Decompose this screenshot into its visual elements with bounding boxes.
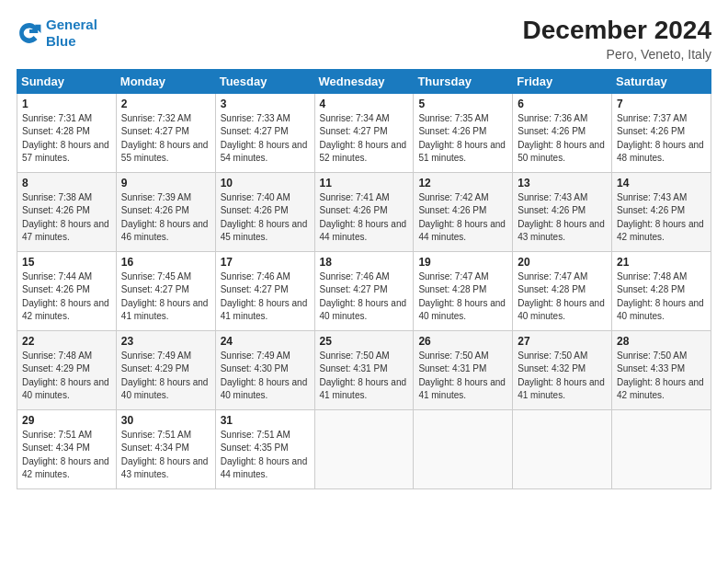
logo: General Blue (17, 17, 97, 50)
calendar-cell: 16Sunrise: 7:45 AMSunset: 4:27 PMDayligh… (116, 251, 215, 330)
day-info: Sunrise: 7:46 AMSunset: 4:27 PMDaylight:… (320, 270, 409, 324)
day-info: Sunrise: 7:31 AMSunset: 4:28 PMDaylight:… (22, 112, 111, 166)
weekday-header-tuesday: Tuesday (215, 69, 314, 93)
weekday-header-saturday: Saturday (612, 69, 711, 93)
calendar-cell: 3Sunrise: 7:33 AMSunset: 4:27 PMDaylight… (215, 93, 314, 172)
title-block: December 2024 Pero, Veneto, Italy (523, 17, 711, 62)
day-number: 23 (121, 335, 210, 348)
day-number: 5 (418, 98, 507, 110)
calendar-cell: 6Sunrise: 7:36 AMSunset: 4:26 PMDaylight… (513, 93, 612, 172)
calendar-cell (414, 409, 513, 488)
calendar-cell: 2Sunrise: 7:32 AMSunset: 4:27 PMDaylight… (116, 93, 215, 172)
header-row: SundayMondayTuesdayWednesdayThursdayFrid… (17, 69, 711, 93)
day-number: 30 (121, 414, 210, 427)
calendar-cell (314, 409, 414, 488)
calendar-week-5: 29Sunrise: 7:51 AMSunset: 4:34 PMDayligh… (17, 409, 711, 488)
day-info: Sunrise: 7:50 AMSunset: 4:31 PMDaylight:… (418, 350, 507, 403)
calendar-week-4: 22Sunrise: 7:48 AMSunset: 4:29 PMDayligh… (17, 330, 711, 409)
calendar-cell: 29Sunrise: 7:51 AMSunset: 4:34 PMDayligh… (17, 409, 117, 488)
day-number: 2 (121, 98, 210, 110)
calendar-cell (513, 409, 612, 488)
day-number: 3 (221, 98, 310, 110)
day-number: 16 (121, 256, 210, 269)
day-number: 14 (617, 177, 706, 190)
day-number: 27 (518, 335, 607, 348)
calendar-cell: 15Sunrise: 7:44 AMSunset: 4:26 PMDayligh… (17, 251, 117, 330)
day-info: Sunrise: 7:50 AMSunset: 4:32 PMDaylight:… (518, 350, 607, 403)
day-number: 17 (221, 256, 310, 269)
calendar-cell: 27Sunrise: 7:50 AMSunset: 4:32 PMDayligh… (513, 330, 612, 409)
calendar-header: SundayMondayTuesdayWednesdayThursdayFrid… (17, 69, 711, 93)
day-info: Sunrise: 7:50 AMSunset: 4:31 PMDaylight:… (320, 350, 409, 403)
day-number: 31 (221, 414, 310, 427)
day-info: Sunrise: 7:50 AMSunset: 4:33 PMDaylight:… (617, 350, 706, 403)
day-info: Sunrise: 7:45 AMSunset: 4:27 PMDaylight:… (121, 270, 210, 324)
day-info: Sunrise: 7:43 AMSunset: 4:26 PMDaylight:… (518, 191, 607, 245)
calendar-cell: 30Sunrise: 7:51 AMSunset: 4:34 PMDayligh… (116, 409, 215, 488)
svg-marker-0 (35, 25, 40, 33)
calendar-cell: 25Sunrise: 7:50 AMSunset: 4:31 PMDayligh… (314, 330, 414, 409)
logo-icon (17, 20, 42, 46)
weekday-header-monday: Monday (116, 69, 215, 93)
day-info: Sunrise: 7:39 AMSunset: 4:26 PMDaylight:… (121, 191, 210, 245)
day-number: 13 (518, 177, 607, 190)
day-number: 7 (617, 98, 706, 110)
calendar-cell: 24Sunrise: 7:49 AMSunset: 4:30 PMDayligh… (215, 330, 314, 409)
day-info: Sunrise: 7:49 AMSunset: 4:29 PMDaylight:… (121, 350, 210, 403)
calendar-cell: 23Sunrise: 7:49 AMSunset: 4:29 PMDayligh… (116, 330, 215, 409)
day-info: Sunrise: 7:33 AMSunset: 4:27 PMDaylight:… (221, 112, 310, 166)
logo-line1: General (46, 17, 97, 32)
day-info: Sunrise: 7:34 AMSunset: 4:27 PMDaylight:… (320, 112, 409, 166)
calendar-cell: 28Sunrise: 7:50 AMSunset: 4:33 PMDayligh… (612, 330, 711, 409)
day-info: Sunrise: 7:51 AMSunset: 4:34 PMDaylight:… (22, 429, 111, 482)
day-info: Sunrise: 7:47 AMSunset: 4:28 PMDaylight:… (418, 270, 507, 324)
day-info: Sunrise: 7:37 AMSunset: 4:26 PMDaylight:… (617, 112, 706, 166)
day-info: Sunrise: 7:49 AMSunset: 4:30 PMDaylight:… (221, 350, 310, 403)
weekday-header-sunday: Sunday (17, 69, 117, 93)
calendar-cell: 22Sunrise: 7:48 AMSunset: 4:29 PMDayligh… (17, 330, 117, 409)
day-number: 25 (320, 335, 409, 348)
day-info: Sunrise: 7:35 AMSunset: 4:26 PMDaylight:… (418, 112, 507, 166)
calendar-cell: 26Sunrise: 7:50 AMSunset: 4:31 PMDayligh… (414, 330, 513, 409)
day-number: 19 (418, 256, 507, 269)
day-number: 20 (518, 256, 607, 269)
calendar-cell: 11Sunrise: 7:41 AMSunset: 4:26 PMDayligh… (314, 172, 414, 251)
calendar-week-1: 1Sunrise: 7:31 AMSunset: 4:28 PMDaylight… (17, 93, 711, 172)
day-info: Sunrise: 7:51 AMSunset: 4:34 PMDaylight:… (121, 429, 210, 482)
calendar-cell: 9Sunrise: 7:39 AMSunset: 4:26 PMDaylight… (116, 172, 215, 251)
calendar-cell: 12Sunrise: 7:42 AMSunset: 4:26 PMDayligh… (414, 172, 513, 251)
day-number: 15 (22, 256, 111, 269)
day-number: 8 (22, 177, 111, 190)
calendar-cell: 4Sunrise: 7:34 AMSunset: 4:27 PMDaylight… (314, 93, 414, 172)
calendar-week-2: 8Sunrise: 7:38 AMSunset: 4:26 PMDaylight… (17, 172, 711, 251)
day-info: Sunrise: 7:48 AMSunset: 4:28 PMDaylight:… (617, 270, 706, 324)
logo-line2: Blue (46, 33, 76, 49)
day-number: 24 (221, 335, 310, 348)
calendar-cell: 31Sunrise: 7:51 AMSunset: 4:35 PMDayligh… (215, 409, 314, 488)
day-info: Sunrise: 7:36 AMSunset: 4:26 PMDaylight:… (518, 112, 607, 166)
day-number: 6 (518, 98, 607, 110)
calendar-week-3: 15Sunrise: 7:44 AMSunset: 4:26 PMDayligh… (17, 251, 711, 330)
calendar-cell: 1Sunrise: 7:31 AMSunset: 4:28 PMDaylight… (17, 93, 117, 172)
day-number: 21 (617, 256, 706, 269)
calendar-cell: 8Sunrise: 7:38 AMSunset: 4:26 PMDaylight… (17, 172, 117, 251)
header: General Blue December 2024 Pero, Veneto,… (17, 17, 711, 62)
day-number: 1 (22, 98, 111, 110)
day-info: Sunrise: 7:43 AMSunset: 4:26 PMDaylight:… (617, 191, 706, 245)
calendar-cell: 10Sunrise: 7:40 AMSunset: 4:26 PMDayligh… (215, 172, 314, 251)
calendar-table: SundayMondayTuesdayWednesdayThursdayFrid… (17, 69, 711, 489)
day-info: Sunrise: 7:48 AMSunset: 4:29 PMDaylight:… (22, 350, 111, 403)
day-info: Sunrise: 7:47 AMSunset: 4:28 PMDaylight:… (518, 270, 607, 324)
calendar-cell: 17Sunrise: 7:46 AMSunset: 4:27 PMDayligh… (215, 251, 314, 330)
weekday-header-thursday: Thursday (414, 69, 513, 93)
weekday-header-wednesday: Wednesday (314, 69, 414, 93)
day-info: Sunrise: 7:41 AMSunset: 4:26 PMDaylight:… (320, 191, 409, 245)
calendar-cell: 5Sunrise: 7:35 AMSunset: 4:26 PMDaylight… (414, 93, 513, 172)
calendar-cell: 14Sunrise: 7:43 AMSunset: 4:26 PMDayligh… (612, 172, 711, 251)
calendar-cell: 18Sunrise: 7:46 AMSunset: 4:27 PMDayligh… (314, 251, 414, 330)
calendar-cell: 19Sunrise: 7:47 AMSunset: 4:28 PMDayligh… (414, 251, 513, 330)
day-number: 10 (221, 177, 310, 190)
calendar-body: 1Sunrise: 7:31 AMSunset: 4:28 PMDaylight… (17, 93, 711, 488)
main-title: December 2024 (523, 17, 711, 45)
calendar-cell: 13Sunrise: 7:43 AMSunset: 4:26 PMDayligh… (513, 172, 612, 251)
